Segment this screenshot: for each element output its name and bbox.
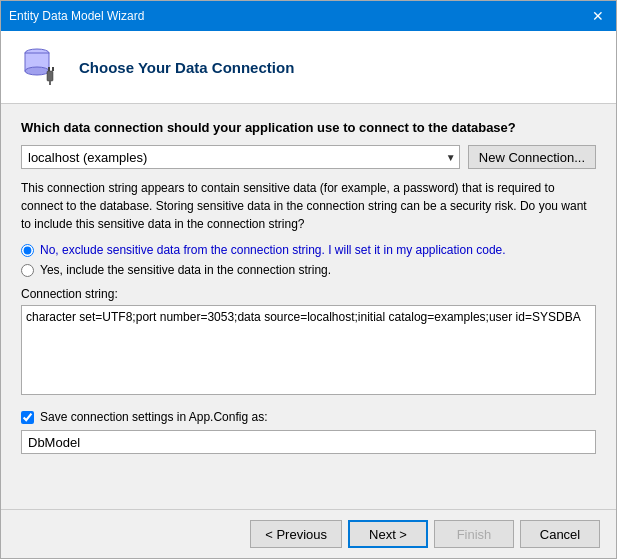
radio-no-label: No, exclude sensitive data from the conn… [40, 243, 506, 257]
previous-button[interactable]: < Previous [250, 520, 342, 548]
header-title: Choose Your Data Connection [79, 59, 294, 76]
radio-yes-item: Yes, include the sensitive data in the c… [21, 263, 596, 277]
save-checkbox-label: Save connection settings in App.Config a… [40, 410, 267, 424]
connection-select[interactable]: localhost (examples) [21, 145, 460, 169]
radio-no-item: No, exclude sensitive data from the conn… [21, 243, 596, 257]
title-bar: Entity Data Model Wizard ✕ [1, 1, 616, 31]
save-name-input[interactable] [21, 430, 596, 454]
wizard-icon [17, 43, 65, 91]
new-connection-button[interactable]: New Connection... [468, 145, 596, 169]
question-label: Which data connection should your applic… [21, 120, 596, 135]
radio-group: No, exclude sensitive data from the conn… [21, 243, 596, 277]
save-section: Save connection settings in App.Config a… [21, 410, 596, 454]
connection-string-label: Connection string: [21, 287, 596, 301]
footer: < Previous Next > Finish Cancel [1, 509, 616, 558]
close-button[interactable]: ✕ [588, 6, 608, 26]
svg-rect-4 [49, 81, 51, 85]
save-checkbox-row: Save connection settings in App.Config a… [21, 410, 596, 424]
content-area: Which data connection should your applic… [1, 104, 616, 509]
finish-button[interactable]: Finish [434, 520, 514, 548]
svg-rect-5 [48, 67, 50, 71]
window-title: Entity Data Model Wizard [9, 9, 144, 23]
connection-select-wrapper: localhost (examples) ▼ [21, 145, 460, 169]
connection-row: localhost (examples) ▼ New Connection... [21, 145, 596, 169]
save-checkbox[interactable] [21, 411, 34, 424]
radio-yes-input[interactable] [21, 264, 34, 277]
svg-rect-3 [47, 71, 53, 81]
header-section: Choose Your Data Connection [1, 31, 616, 104]
svg-rect-6 [52, 67, 54, 71]
description-text: This connection string appears to contai… [21, 179, 596, 233]
radio-yes-label: Yes, include the sensitive data in the c… [40, 263, 331, 277]
wizard-window: Entity Data Model Wizard ✕ Choose Your D… [0, 0, 617, 559]
cancel-button[interactable]: Cancel [520, 520, 600, 548]
connection-string-textarea[interactable] [21, 305, 596, 395]
next-button[interactable]: Next > [348, 520, 428, 548]
radio-no-input[interactable] [21, 244, 34, 257]
svg-point-2 [25, 67, 49, 75]
